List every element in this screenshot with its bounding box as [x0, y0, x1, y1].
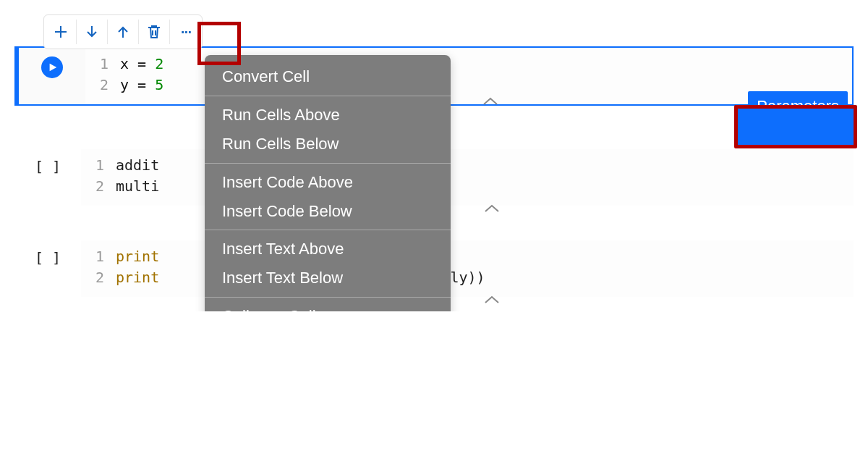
parameters-badge: Parameters: [748, 91, 848, 122]
cell-context-menu: Convert Cell Run Cells Above Run Cells B…: [205, 55, 451, 311]
menu-item-collapse-cell[interactable]: Collapse Cell: [205, 302, 451, 311]
execution-prompt: [ ]: [35, 158, 61, 175]
more-actions-button[interactable]: ...: [170, 17, 200, 47]
code-editor[interactable]: 1 printon)) 2 printmultiply)): [81, 240, 854, 297]
menu-separator: [205, 297, 451, 298]
collapse-caret-icon[interactable]: [477, 293, 506, 307]
code-text: x = 2: [120, 54, 163, 75]
execution-prompt: [ ]: [35, 249, 61, 266]
ellipsis-icon: ...: [180, 15, 190, 38]
code-text: y = 5: [120, 75, 163, 96]
delete-cell-button[interactable]: [139, 17, 169, 47]
line-number: 2: [85, 75, 120, 96]
code-text: addit: [116, 155, 159, 176]
code-editor[interactable]: 1 x = 2 2 y = 5: [85, 48, 852, 104]
code-text: multi: [116, 176, 159, 197]
menu-item-convert-cell[interactable]: Convert Cell: [205, 62, 451, 91]
collapse-caret-icon[interactable]: [476, 94, 505, 109]
menu-item-insert-code-below[interactable]: Insert Code Below: [205, 197, 451, 226]
menu-item-insert-text-below[interactable]: Insert Text Below: [205, 264, 451, 293]
move-up-button[interactable]: [108, 17, 138, 47]
cell-prompt-area: [ ]: [14, 240, 81, 297]
cell-prompt-area: [ ]: [14, 149, 81, 206]
menu-item-insert-text-above[interactable]: Insert Text Above: [205, 235, 451, 264]
add-cell-button[interactable]: [46, 17, 76, 47]
move-down-button[interactable]: [77, 17, 107, 47]
line-number: 1: [81, 155, 116, 176]
run-cell-button[interactable]: [41, 56, 63, 78]
menu-separator: [205, 96, 451, 96]
code-editor[interactable]: 1 addit 2 multi: [81, 149, 854, 206]
menu-separator: [205, 163, 451, 164]
cell-toolbar: ...: [43, 14, 203, 49]
menu-separator: [205, 230, 451, 230]
line-number: 2: [81, 267, 116, 288]
line-number: 2: [81, 176, 116, 197]
menu-item-run-cells-above[interactable]: Run Cells Above: [205, 101, 451, 130]
line-number: 1: [85, 54, 120, 75]
collapse-caret-icon[interactable]: [477, 201, 506, 216]
cell-prompt-area: [19, 48, 85, 104]
line-number: 1: [81, 246, 116, 267]
menu-item-run-cells-below[interactable]: Run Cells Below: [205, 130, 451, 159]
menu-item-insert-code-above[interactable]: Insert Code Above: [205, 168, 451, 197]
